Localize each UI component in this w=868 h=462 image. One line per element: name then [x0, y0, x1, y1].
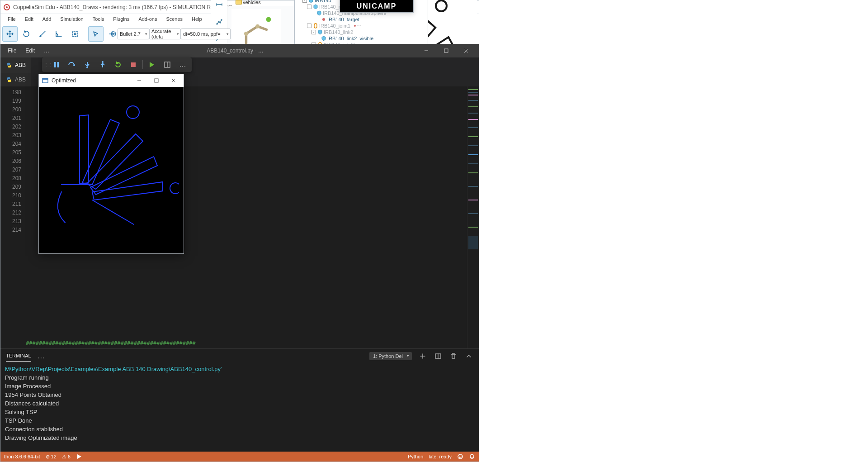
debug-continue-button[interactable]: [145, 58, 159, 71]
svg-point-1: [6, 6, 8, 8]
dt-combo[interactable]: dt=50.0 ms, ppf=: [181, 29, 231, 39]
physics-engine-combo[interactable]: Bullet 2.7: [118, 29, 149, 39]
minimap[interactable]: [467, 86, 479, 348]
svg-point-122: [170, 183, 179, 194]
accuracy-combo[interactable]: Accurate (defa: [149, 29, 181, 39]
editor-tab-active[interactable]: ABB: [0, 57, 31, 73]
camera-shift-button[interactable]: [35, 26, 50, 42]
vscode-title-bar[interactable]: File Edit … ABB140_control.py - …: [0, 44, 479, 57]
terminal-trash-icon[interactable]: [449, 352, 458, 361]
vscode-close[interactable]: [456, 44, 476, 57]
terminal-output-line: Distances calculated: [5, 399, 474, 408]
status-debug-launch-icon[interactable]: [76, 453, 82, 460]
vscode-minimize[interactable]: [416, 44, 436, 57]
svg-rect-6: [72, 31, 78, 37]
svg-rect-118: [155, 79, 158, 82]
terminal-body[interactable]: M\Python\VRep\Projects\Examples\Example …: [0, 363, 479, 452]
distance-tool-icon[interactable]: [213, 0, 226, 11]
debug-step-into-button[interactable]: [80, 58, 94, 71]
camera-pan-button[interactable]: [2, 26, 18, 42]
vscode-menu-edit[interactable]: Edit: [21, 46, 39, 56]
svg-rect-104: [444, 49, 448, 52]
svg-point-12: [113, 33, 114, 34]
vscode-window-title: ABB140_control.py - …: [54, 48, 416, 54]
status-bell-icon[interactable]: [469, 453, 475, 460]
redo-button[interactable]: Bullet 2.7 Accurate (defa dt=50.0 ms, pp…: [195, 26, 210, 42]
comment-line: ########################################…: [26, 340, 467, 347]
debug-toolbar[interactable]: ⋮⋮ …: [42, 57, 192, 72]
svg-rect-112: [131, 62, 136, 67]
menu-simulation[interactable]: Simulation: [56, 15, 88, 23]
terminal-tab[interactable]: TERMINAL: [6, 350, 31, 362]
logo-floating-window[interactable]: UNICAMP: [340, 0, 414, 13]
terminal-selector[interactable]: 1: Python Del: [369, 352, 412, 360]
status-kite[interactable]: kite: ready: [429, 454, 452, 459]
menu-scenes[interactable]: Scenes: [161, 15, 187, 23]
status-errors[interactable]: ⊘ 12: [46, 454, 57, 460]
menu-file[interactable]: File: [3, 15, 20, 23]
menu-edit[interactable]: Edit: [20, 15, 38, 23]
svg-point-83: [354, 25, 356, 27]
optimized-maximize[interactable]: [149, 75, 164, 86]
scene-hierarchy-item[interactable]: IRB140_link2_visible: [295, 35, 428, 42]
menu-tools[interactable]: Tools: [88, 15, 109, 23]
optimized-window[interactable]: Optimized: [38, 74, 184, 254]
svg-point-110: [86, 67, 88, 68]
status-language[interactable]: Python: [408, 454, 423, 459]
debug-step-over-button[interactable]: [65, 58, 79, 71]
debug-step-out-button[interactable]: [95, 58, 110, 71]
scene-hierarchy-item[interactable]: IRB140_target: [295, 16, 428, 23]
menu-add[interactable]: Add: [38, 15, 56, 23]
unicamp-logo-text: UNICAMP: [357, 2, 397, 10]
terminal-chevron-up-icon[interactable]: [464, 352, 473, 361]
camera-angle-button[interactable]: [51, 26, 66, 42]
optimized-minimize[interactable]: [132, 75, 146, 86]
model-tree-item[interactable]: vehicles: [227, 0, 294, 5]
fit-view-button[interactable]: [67, 26, 83, 42]
optimized-close[interactable]: [166, 75, 181, 86]
terminal-split-icon[interactable]: [434, 352, 443, 361]
vscode-window: File Edit … ABB140_control.py - … ⋮⋮ … A…: [0, 44, 479, 462]
scene-hierarchy-item[interactable]: -IRB140_link2: [295, 29, 428, 35]
terminal-new-icon[interactable]: [418, 352, 427, 361]
menu-addons[interactable]: Add-ons: [134, 15, 161, 23]
coppeliasim-window: CoppeliaSim Edu - ABB140_Draws - renderi…: [0, 0, 479, 462]
debug-layout-button[interactable]: [160, 58, 175, 71]
vscode-maximize[interactable]: [436, 44, 456, 57]
debug-pause-button[interactable]: [49, 58, 64, 71]
svg-rect-82: [314, 24, 317, 28]
editor-tab-secondary-label: ABB: [15, 76, 26, 83]
terminal-more[interactable]: …: [38, 352, 45, 360]
vscode-menu-more[interactable]: …: [39, 46, 54, 56]
terminal-output-line: TSP Done: [5, 416, 474, 425]
dynamics-toggle[interactable]: [109, 26, 118, 42]
debug-grip-icon[interactable]: ⋮⋮: [44, 62, 48, 67]
ik-tool-icon[interactable]: [213, 15, 226, 28]
status-python-version[interactable]: thon 3.6.6 64-bit: [4, 454, 40, 459]
model-tree[interactable]: +components+equipment+examples+furniture…: [227, 0, 294, 6]
svg-point-34: [255, 24, 259, 28]
svg-rect-107: [54, 62, 56, 67]
debug-more-button[interactable]: …: [175, 58, 190, 71]
terminal-output-line: Solving TSP: [5, 408, 474, 416]
status-feedback-icon[interactable]: [457, 453, 463, 460]
terminal-output-line: Drawing Optimizated image: [5, 433, 474, 442]
select-button[interactable]: [88, 26, 104, 42]
debug-restart-button[interactable]: [111, 58, 125, 71]
main-toolbar: Bullet 2.7 Accurate (defa dt=50.0 ms, pp…: [0, 24, 479, 44]
optimized-window-icon: [42, 77, 49, 84]
python-file-icon: [6, 76, 12, 83]
svg-point-111: [102, 61, 104, 63]
status-bar: thon 3.6.6 64-bit ⊘ 12 ⚠ 6 Python kite: …: [0, 452, 479, 462]
svg-point-109: [73, 64, 75, 66]
editor-tab-secondary[interactable]: ABB: [0, 73, 31, 86]
scene-hierarchy-item[interactable]: -IRB140_joint1: [295, 23, 428, 29]
status-warnings[interactable]: ⚠ 6: [62, 454, 71, 460]
menu-help[interactable]: Help: [187, 15, 207, 23]
vscode-menu-file[interactable]: File: [3, 46, 21, 56]
debug-stop-button[interactable]: [126, 58, 141, 71]
optimized-window-title: Optimized: [52, 77, 129, 84]
menu-plugins[interactable]: Plugins: [108, 15, 134, 23]
python-file-icon: [6, 62, 12, 68]
camera-rotate-button[interactable]: [19, 26, 34, 42]
